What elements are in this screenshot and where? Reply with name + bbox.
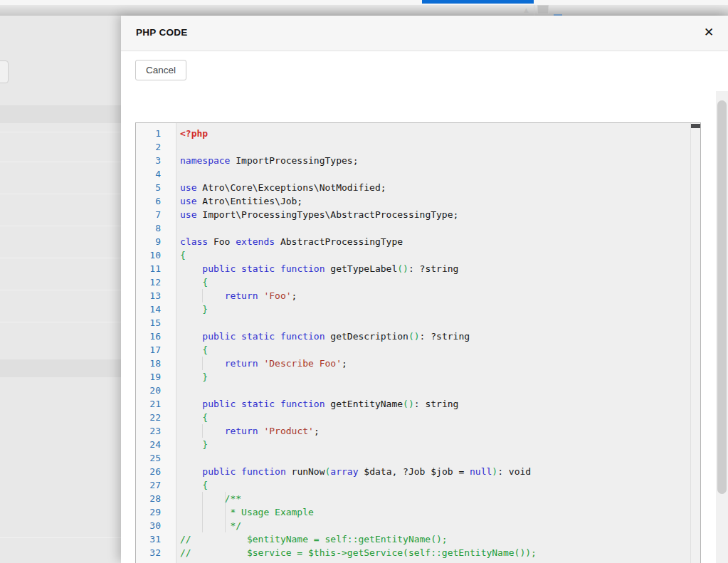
line-number: 15 (136, 316, 176, 330)
code-line[interactable]: { (180, 343, 690, 357)
line-number: 16 (136, 330, 176, 343)
code-line[interactable]: use Import\ProcessingTypes\AbstractProce… (180, 208, 690, 221)
code-line[interactable]: { (180, 248, 690, 262)
close-icon[interactable]: ✕ (700, 23, 718, 41)
line-number: 12 (136, 275, 176, 289)
background-row-divider (0, 194, 121, 194)
line-number: 5 (136, 181, 176, 194)
indent-guide (202, 357, 203, 370)
indent-guide (225, 492, 226, 505)
indent-guide (225, 519, 226, 532)
code-area[interactable]: <?phpnamespace ImportProcessingTypes;use… (176, 123, 700, 563)
background-table-header-row (0, 359, 121, 377)
code-line[interactable]: use Atro\Entities\Job; (180, 194, 690, 208)
code-line[interactable]: public static function getDescription():… (180, 330, 690, 343)
line-number: 22 (136, 411, 176, 424)
modal-header: PHP CODE ✕ (121, 16, 728, 51)
code-line[interactable]: namespace ImportProcessingTypes; (180, 154, 690, 167)
code-line[interactable]: return 'Describe Foo'; (180, 357, 690, 370)
line-number: 26 (136, 465, 176, 478)
background-row-divider (0, 537, 121, 538)
copy-icon (537, 5, 549, 14)
background-row-divider (0, 290, 121, 290)
background-row-divider (0, 322, 121, 322)
background-top-strip (0, 0, 728, 5)
code-line[interactable]: } (180, 438, 690, 451)
background-primary-button-edge (422, 0, 534, 4)
code-line[interactable] (180, 221, 690, 235)
line-number: 8 (136, 221, 176, 235)
cancel-button[interactable]: Cancel (135, 60, 186, 80)
line-number: 32 (136, 546, 176, 559)
line-number: 19 (136, 370, 176, 384)
background-row-divider (0, 226, 121, 226)
code-line[interactable]: // (180, 559, 690, 563)
line-number: 11 (136, 262, 176, 275)
code-line[interactable]: class Foo extends AbstractProcessingType (180, 235, 690, 248)
line-number: 10 (136, 248, 176, 262)
code-line[interactable]: public function runNow(array $data, ?Job… (180, 465, 690, 478)
modal-scrollbar-track (716, 91, 728, 563)
indent-guide (202, 424, 203, 438)
background-toolbar-band: ▲ (0, 5, 728, 16)
line-number: 30 (136, 519, 176, 532)
line-number: 29 (136, 505, 176, 519)
line-number: 1 (136, 127, 176, 140)
code-line[interactable]: // $entityName = self::getEntityName(); (180, 532, 690, 546)
line-number: 4 (136, 167, 176, 181)
code-line[interactable]: use Atro\Core\Exceptions\NotModified; (180, 181, 690, 194)
line-number: 33 (136, 559, 176, 563)
modal-title: PHP CODE (136, 27, 188, 38)
line-number: 27 (136, 478, 176, 492)
code-line[interactable]: return 'Product'; (180, 424, 690, 438)
code-line[interactable]: } (180, 302, 690, 316)
code-editor[interactable]: 1234567891011121314151617181920212223242… (135, 122, 701, 563)
code-line[interactable] (180, 384, 690, 397)
code-line[interactable] (180, 140, 690, 154)
eject-icon: ▲ (522, 6, 530, 14)
code-line[interactable]: return 'Foo'; (180, 289, 690, 302)
line-number: 6 (136, 194, 176, 208)
code-line[interactable]: public static function getTypeLabel(): ?… (180, 262, 690, 275)
line-number: 31 (136, 532, 176, 546)
indent-guide (202, 289, 203, 302)
background-row-divider (0, 162, 121, 162)
line-number: 24 (136, 438, 176, 451)
line-number: 25 (136, 451, 176, 465)
code-line[interactable]: */ (180, 519, 690, 532)
code-line[interactable] (180, 167, 690, 181)
line-number: 9 (136, 235, 176, 248)
line-number: 17 (136, 343, 176, 357)
background-table-header-row (0, 105, 121, 123)
code-line[interactable]: { (180, 275, 690, 289)
toolbar-divider (534, 5, 534, 16)
indent-guide (225, 505, 226, 519)
line-number: 20 (136, 384, 176, 397)
line-number: 14 (136, 302, 176, 316)
editor-scrollbar-thumb[interactable] (691, 124, 700, 128)
code-line[interactable] (180, 316, 690, 330)
code-lines: <?phpnamespace ImportProcessingTypes;use… (176, 123, 700, 563)
code-line[interactable]: { (180, 411, 690, 424)
modal-scrollbar-thumb[interactable] (717, 100, 727, 494)
line-number: 21 (136, 397, 176, 411)
background-row-divider (0, 258, 121, 258)
line-number: 23 (136, 424, 176, 438)
line-number: 28 (136, 492, 176, 505)
indent-guide (202, 519, 203, 532)
modal-backdrop-left (0, 16, 121, 563)
code-line[interactable]: <?php (180, 127, 690, 140)
code-line[interactable]: public static function getEntityName(): … (180, 397, 690, 411)
background-row-divider (0, 132, 121, 132)
line-number-gutter: 1234567891011121314151617181920212223242… (136, 123, 176, 563)
code-line[interactable] (180, 451, 690, 465)
line-number: 13 (136, 289, 176, 302)
code-line[interactable]: } (180, 370, 690, 384)
code-line[interactable]: /** (180, 492, 690, 505)
line-number: 7 (136, 208, 176, 221)
code-line[interactable]: { (180, 478, 690, 492)
code-line[interactable]: * Usage Example (180, 505, 690, 519)
code-line[interactable]: // $service = $this->getService(self::ge… (180, 546, 690, 559)
indent-guide (202, 492, 203, 505)
line-number: 3 (136, 154, 176, 167)
